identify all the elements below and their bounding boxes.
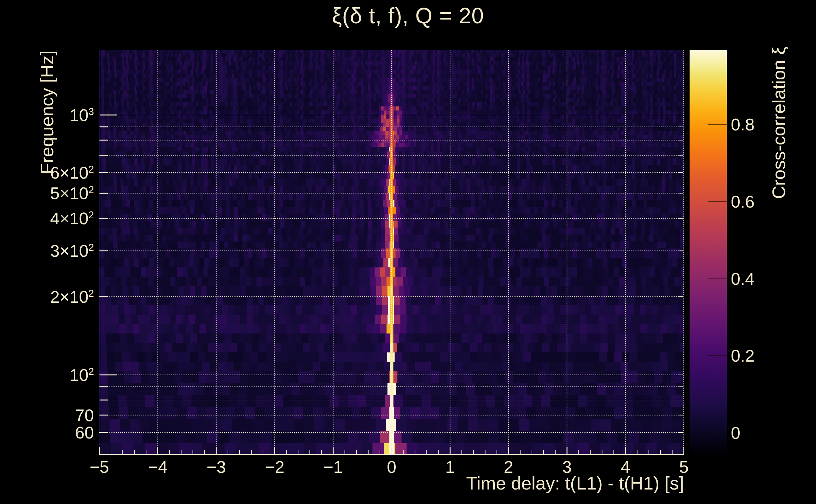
y-tick-label: 103: [0, 105, 94, 125]
heatmap-canvas: [99, 50, 684, 455]
y-tick-label: 6×102: [0, 163, 94, 183]
x-tick-label: −2: [250, 457, 300, 476]
plot-title: ξ(δ t, f), Q = 20: [0, 3, 816, 28]
colorbar-tick: [708, 201, 727, 202]
y-tick-label: 4×102: [0, 208, 94, 228]
x-tick-label: 3: [542, 457, 592, 476]
colorbar-tick-label: 0.2: [731, 346, 781, 366]
x-tick-label: −5: [74, 457, 124, 476]
x-tick-label: 1: [425, 457, 475, 476]
y-tick-label: 102: [0, 365, 94, 385]
colorbar-tick-label: 0.4: [731, 269, 781, 289]
x-tick-label: −4: [132, 457, 183, 476]
x-tick-label: 0: [366, 457, 417, 476]
x-tick-label: −3: [191, 457, 242, 476]
colorbar-tick: [708, 278, 727, 279]
colorbar-tick-label: 0: [731, 423, 781, 443]
x-tick-label: 4: [600, 457, 651, 476]
colorbar-tick: [708, 432, 727, 433]
colorbar: [690, 50, 727, 455]
y-tick-label: 2×102: [0, 287, 94, 307]
x-tick-label: −1: [308, 457, 359, 476]
y-tick-label: 60: [0, 422, 94, 443]
y-tick-label: 3×102: [0, 241, 94, 261]
y-tick-label: 5×102: [0, 183, 94, 203]
x-tick-label: 5: [659, 457, 709, 476]
colorbar-tick: [708, 124, 727, 125]
x-tick-label: 2: [483, 457, 534, 476]
colorbar-title: Cross-correlation ξ: [768, 47, 789, 199]
colorbar-tick: [708, 355, 727, 356]
figure-root: ξ(δ t, f), Q = 20 Frequency [Hz] Time de…: [0, 0, 816, 504]
